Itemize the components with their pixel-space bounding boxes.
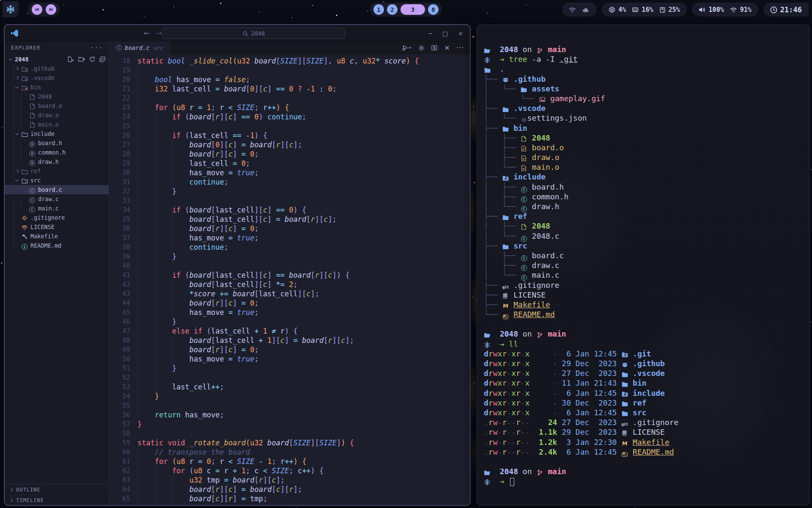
workspace-2[interactable]: 2	[387, 4, 398, 15]
maximize-button[interactable]: □	[442, 30, 448, 37]
code-line[interactable]: 38continue;	[114, 243, 470, 252]
code-line[interactable]: 52	[114, 373, 470, 382]
code-line[interactable]: 49board[r][c] = 0;	[114, 345, 470, 354]
minimize-button[interactable]: ─	[429, 30, 432, 37]
code-line[interactable]: 47else if (last_cell + 1 ≠ r) {	[114, 326, 470, 336]
code-line[interactable]: 54}	[114, 392, 470, 401]
code-line[interactable]: 25	[114, 121, 470, 131]
code-line[interactable]: 60// transpose the board	[114, 447, 470, 457]
code-line[interactable]: 58	[114, 429, 470, 438]
explorer-item-main.o[interactable]: main.o	[5, 120, 109, 129]
code-line[interactable]: 34if (board[last_cell][c] == 0) {	[114, 205, 470, 215]
code-line[interactable]: 20bool has_move = false;	[114, 75, 470, 84]
chevron-right-icon[interactable]	[15, 67, 19, 70]
code-line[interactable]: 27board[0][c] = board[r][c];	[114, 140, 470, 149]
explorer-item-draw.h[interactable]: Hdraw.h	[5, 157, 109, 166]
code-line[interactable]: 30has_move = true;	[114, 168, 470, 177]
code-line[interactable]: 59static void _rotate_board(u32 board[SI…	[114, 438, 470, 447]
terminal-window[interactable]: 2048 on main → tree -a -I .git .├── .git…	[477, 25, 810, 505]
code-line[interactable]: 35board[last_cell][c] = board[r][c];	[114, 215, 470, 224]
outline-section[interactable]: OUTLINE	[5, 484, 109, 495]
code-line[interactable]: 42board[last_cell][c] *= 2;	[114, 280, 470, 289]
code-line[interactable]: 28board[r][c] = 0;	[114, 149, 470, 159]
chevron-down-icon[interactable]	[15, 85, 19, 88]
chevron-right-icon[interactable]	[15, 169, 19, 173]
code-line[interactable]: 22	[114, 94, 470, 103]
new-folder-icon[interactable]	[78, 56, 85, 62]
wifi-tray-icon[interactable]	[569, 6, 576, 14]
code-line[interactable]: 50has_move = true;	[114, 354, 470, 364]
explorer-item-main.c[interactable]: Cmain.c	[5, 204, 109, 213]
code-line[interactable]: 40	[114, 261, 470, 271]
code-line[interactable]: 46}	[114, 317, 470, 326]
explorer-item-src[interactable]: ()src	[5, 176, 109, 185]
more-icon[interactable]: ···	[457, 45, 464, 51]
explorer-item-.github[interactable]: .github	[5, 64, 109, 73]
chevron-right-icon[interactable]	[15, 76, 19, 80]
explorer-item-Makefile[interactable]: Makefile	[5, 232, 109, 241]
close-icon[interactable]: ×	[444, 44, 450, 51]
code-line[interactable]: 33	[114, 196, 470, 205]
code-line[interactable]: 63u32 tmp = board[r][c];	[114, 475, 470, 485]
explorer-item-include[interactable]: include	[5, 129, 109, 138]
code-line[interactable]: 31continue;	[114, 177, 470, 187]
timeline-section[interactable]: TIMELINE	[5, 495, 109, 505]
code-line[interactable]: 45has_move = true;	[114, 308, 470, 317]
code-line[interactable]: 32}	[114, 187, 470, 196]
explorer-more-icon[interactable]: ···	[90, 44, 103, 52]
code-line[interactable]: 55	[114, 401, 470, 410]
code-line[interactable]: 44board[r][c] = 0;	[114, 298, 470, 308]
explorer-item-ref[interactable]: ref	[5, 166, 109, 176]
code-line[interactable]: 62for (u8 c = r + 1; c < SIZE; c++) {	[114, 466, 470, 475]
explorer-root-folder[interactable]: 2048	[5, 54, 109, 64]
code-line[interactable]: 26if (last_cell == -1) {	[114, 131, 470, 140]
explorer-item-draw.o[interactable]: draw.o	[5, 110, 109, 120]
explorer-item-README.md[interactable]: iREADME.md	[5, 241, 109, 250]
workspace-3[interactable]: 3	[401, 4, 425, 15]
workspace-1[interactable]: 1	[373, 4, 384, 15]
code-line[interactable]: 23for (u8 r = 1; r < SIZE; r++) {	[114, 103, 470, 112]
workspace-8[interactable]: 8	[428, 4, 439, 15]
volume-icon[interactable]	[699, 6, 706, 14]
code-line[interactable]: 18static bool _slide_col(u32 board[SIZE]…	[114, 56, 470, 66]
explorer-item-draw.c[interactable]: Cdraw.c	[5, 194, 109, 204]
nix-snowflake-icon[interactable]	[3, 1, 19, 17]
close-button[interactable]: ×	[458, 30, 463, 37]
code-line[interactable]: 24if (board[r][c] == 0) continue;	[114, 112, 470, 121]
nav-back-button[interactable]: ←	[144, 29, 150, 37]
code-line[interactable]: 61for (u8 r = 0; r < SIZE - 1; r++) {	[114, 457, 470, 466]
explorer-item-board.o[interactable]: board.o	[5, 101, 109, 110]
code-line[interactable]: 41if (board[last_cell][c] == board[r][c]…	[114, 271, 470, 280]
wifi-icon[interactable]	[730, 6, 737, 14]
code-line[interactable]: 56return has_move;	[114, 410, 470, 420]
run-icon[interactable]	[402, 45, 411, 51]
explorer-item-LICENSE[interactable]: LICENSE	[5, 222, 109, 232]
code-line[interactable]: 48board[last_cell + 1][c] = board[r][c];	[114, 336, 470, 345]
explorer-item-.vscode[interactable]: .vscode	[5, 73, 109, 83]
code-line[interactable]: 29last_cell = 0;	[114, 159, 470, 168]
code-line[interactable]: 57}	[114, 420, 470, 429]
settings-gear-icon[interactable]	[418, 45, 425, 51]
explorer-item-board.c[interactable]: Cboard.c	[5, 185, 109, 194]
code-line[interactable]: 39}	[114, 252, 470, 261]
code-line[interactable]: 53last_cell++;	[114, 382, 470, 392]
explorer-item-.gitignore[interactable]: .gitignore	[5, 213, 109, 222]
code-editor[interactable]: 18static bool _slide_col(u32 board[SIZE]…	[109, 54, 470, 503]
chevron-down-icon[interactable]	[15, 131, 19, 135]
refresh-icon[interactable]	[89, 56, 95, 62]
split-editor-icon[interactable]	[431, 45, 437, 51]
code-line[interactable]: 21i32 last_cell = board[0][c] == 0 ? -1 …	[114, 84, 470, 94]
skip-back-icon[interactable]	[32, 4, 42, 15]
explorer-item-common.h[interactable]: Hcommon.h	[5, 148, 109, 157]
skip-forward-icon[interactable]	[46, 4, 56, 15]
collapse-all-icon[interactable]	[99, 56, 105, 62]
new-file-icon[interactable]	[68, 56, 74, 62]
explorer-item-2048[interactable]: 2048	[5, 92, 109, 101]
code-line[interactable]: 65board[c][r] = tmp;	[114, 494, 470, 503]
nav-forward-button[interactable]: →	[156, 29, 162, 37]
code-line[interactable]: 36board[r][c] = 0;	[114, 224, 470, 233]
code-line[interactable]: 37has_move = true;	[114, 233, 470, 243]
code-line[interactable]: 64board[r][c] = board[c][r];	[114, 485, 470, 494]
chevron-down-icon[interactable]	[15, 178, 19, 181]
search-box[interactable]: 2048	[162, 28, 345, 39]
